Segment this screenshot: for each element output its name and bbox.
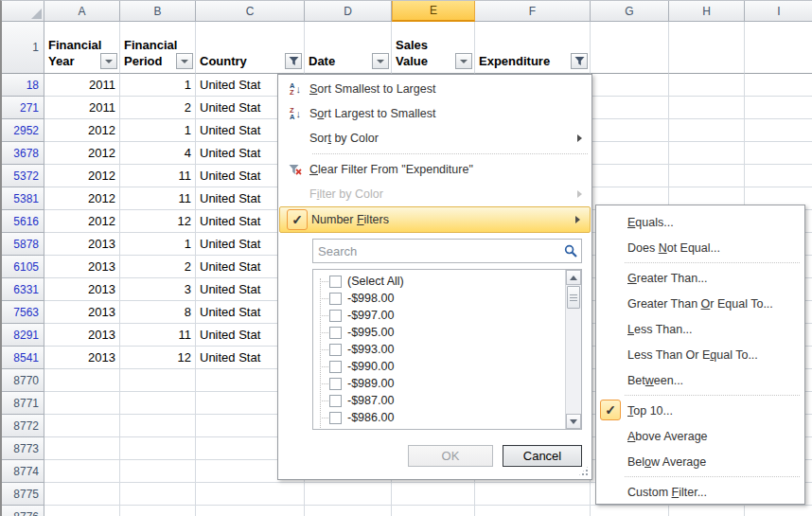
cell-5616B[interactable]: 12	[120, 210, 196, 233]
cell-3678B[interactable]: 4	[120, 142, 196, 165]
cell-18G[interactable]	[591, 74, 669, 97]
cell-8773B[interactable]	[120, 437, 196, 460]
scroll-up-button[interactable]	[566, 270, 581, 285]
row-header-1[interactable]: 1	[2, 22, 44, 74]
field-header-B[interactable]: FinancialPeriod	[120, 22, 196, 74]
filter-button-D[interactable]	[372, 53, 389, 69]
checkbox-icon[interactable]	[329, 361, 342, 373]
value-item[interactable]: (Select All)	[313, 273, 565, 290]
cell-8776G[interactable]	[591, 506, 669, 516]
cell-8770B[interactable]	[120, 369, 196, 392]
cell-271G[interactable]	[591, 97, 669, 119]
cell-8291A[interactable]: 2013	[44, 324, 120, 347]
value-item[interactable]: -$997.00	[313, 307, 565, 324]
row-header-5381[interactable]: 5381	[2, 187, 44, 210]
cell-2952G[interactable]	[591, 119, 669, 142]
cell-2952I[interactable]	[745, 119, 812, 142]
cell-6105A[interactable]: 2013	[44, 256, 120, 278]
select-all-corner[interactable]	[2, 1, 44, 22]
cell-5381A[interactable]: 2012	[44, 187, 120, 210]
menu-item-filter-by-color[interactable]: Filter by Color	[278, 182, 591, 206]
cell-8775E[interactable]	[392, 483, 475, 506]
column-header-G[interactable]: G	[591, 1, 669, 22]
row-header-8774[interactable]: 8774	[2, 460, 44, 483]
menu-item-number-filters[interactable]: ✓Number Filters	[279, 206, 591, 233]
cell-5372B[interactable]: 11	[120, 165, 196, 187]
submenu-item-greater-than[interactable]: Greater Than...	[596, 265, 804, 291]
cell-3678G[interactable]	[591, 142, 669, 165]
submenu-item-greater-than-or-equal-to[interactable]: Greater Than Or Equal To...	[596, 291, 804, 316]
row-header-8772[interactable]: 8772	[2, 415, 44, 437]
column-header-E[interactable]: E	[392, 1, 475, 22]
checkbox-icon[interactable]	[329, 276, 342, 288]
cell-3678I[interactable]	[745, 142, 812, 165]
cell-5878B[interactable]: 1	[120, 233, 196, 256]
cell-5372H[interactable]	[669, 165, 745, 187]
cell-8776F[interactable]	[475, 506, 591, 516]
value-item[interactable]: -$987.00	[313, 392, 565, 409]
ok-button[interactable]: OK	[408, 445, 493, 467]
cell-3678H[interactable]	[669, 142, 745, 165]
cell-18A[interactable]: 2011	[44, 74, 120, 97]
value-item[interactable]: -$989.00	[313, 375, 565, 392]
value-item[interactable]: -$993.00	[313, 341, 565, 358]
row-header-8541[interactable]: 8541	[2, 347, 44, 369]
field-header-D[interactable]: Date	[305, 22, 392, 74]
submenu-item-less-than[interactable]: Less Than...	[596, 316, 804, 342]
cell-8771A[interactable]	[44, 392, 120, 415]
cell-271H[interactable]	[669, 97, 745, 119]
cell-8775F[interactable]	[475, 483, 591, 506]
filter-button-F[interactable]	[571, 53, 588, 69]
cell-2952B[interactable]: 1	[120, 119, 196, 142]
cell-6331A[interactable]: 2013	[44, 278, 120, 301]
checkbox-icon[interactable]	[329, 395, 342, 407]
submenu-item-equals[interactable]: Equals...	[596, 209, 804, 235]
cell-7563B[interactable]: 8	[120, 301, 196, 324]
row-header-8771[interactable]: 8771	[2, 392, 44, 415]
cell-5372G[interactable]	[591, 165, 669, 187]
value-item[interactable]: -$998.00	[313, 290, 565, 307]
column-header-D[interactable]: D	[305, 1, 392, 22]
value-item[interactable]: -$990.00	[313, 358, 565, 375]
value-item[interactable]: -$986.00	[313, 409, 565, 426]
value-item-partial[interactable]	[313, 426, 565, 430]
row-header-271[interactable]: 271	[2, 97, 44, 119]
row-header-18[interactable]: 18	[2, 74, 44, 97]
filter-button-E[interactable]	[455, 53, 472, 69]
cell-1H[interactable]	[669, 22, 745, 74]
cell-8772B[interactable]	[120, 415, 196, 437]
checkbox-icon[interactable]	[329, 412, 342, 424]
column-header-A[interactable]: A	[44, 1, 120, 22]
row-header-8773[interactable]: 8773	[2, 437, 44, 460]
submenu-item-top-10[interactable]: ✓Top 10...	[596, 398, 804, 423]
submenu-item-does-not-equal[interactable]: Does Not Equal...	[596, 235, 804, 260]
row-header-8775[interactable]: 8775	[2, 483, 44, 506]
field-header-E[interactable]: SalesValue	[392, 22, 475, 74]
column-header-I[interactable]: I	[745, 1, 812, 22]
cell-271B[interactable]: 2	[120, 97, 196, 119]
field-header-C[interactable]: Country	[196, 22, 305, 74]
cell-8776D[interactable]	[305, 506, 392, 516]
cell-8774B[interactable]	[120, 460, 196, 483]
cell-8291B[interactable]: 11	[120, 324, 196, 347]
cell-5372I[interactable]	[745, 165, 812, 187]
filter-button-A[interactable]	[100, 53, 117, 69]
column-header-H[interactable]: H	[669, 1, 745, 22]
cell-18B[interactable]: 1	[120, 74, 196, 97]
filter-button-B[interactable]	[176, 53, 193, 69]
submenu-item-less-than-or-equal-to[interactable]: Less Than Or Equal To...	[596, 342, 804, 367]
filter-button-C[interactable]	[285, 53, 302, 69]
row-header-6105[interactable]: 6105	[2, 256, 44, 278]
submenu-item-above-average[interactable]: Above Average	[596, 423, 804, 449]
cell-7563A[interactable]: 2013	[44, 301, 120, 324]
cell-8776C[interactable]	[196, 506, 305, 516]
cell-18H[interactable]	[669, 74, 745, 97]
cell-5381B[interactable]: 11	[120, 187, 196, 210]
cell-1G[interactable]	[591, 22, 669, 74]
column-header-C[interactable]: C	[196, 1, 305, 22]
checkbox-icon[interactable]	[329, 310, 342, 322]
submenu-item-below-average[interactable]: Below Average	[596, 449, 804, 474]
cell-8772A[interactable]	[44, 415, 120, 437]
row-header-6331[interactable]: 6331	[2, 278, 44, 301]
cell-2952H[interactable]	[669, 119, 745, 142]
